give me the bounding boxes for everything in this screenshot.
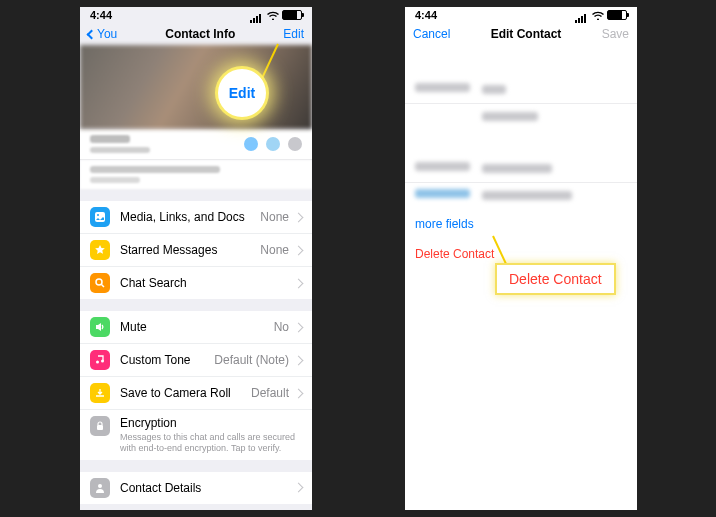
- row-mute[interactable]: Mute No: [80, 311, 312, 344]
- row-label: Encryption: [120, 416, 302, 430]
- field-value-blurred: [470, 83, 627, 97]
- row-chat-search[interactable]: Chat Search: [80, 267, 312, 299]
- nav-title: Edit Contact: [491, 27, 562, 41]
- field-label-blurred: [415, 189, 470, 198]
- chevron-right-icon: [294, 355, 304, 365]
- chevron-right-icon: [294, 278, 304, 288]
- edit-callout: Edit: [218, 69, 266, 117]
- form-row-name[interactable]: [405, 77, 637, 104]
- nav-title: Contact Info: [165, 27, 235, 41]
- field-label-blurred: [415, 162, 470, 171]
- chevron-right-icon: [294, 483, 304, 493]
- row-starred[interactable]: Starred Messages None: [80, 234, 312, 267]
- form-row-phone-number[interactable]: [405, 183, 637, 209]
- status-icons: [575, 10, 627, 20]
- back-label: You: [97, 27, 117, 41]
- svg-rect-0: [95, 212, 105, 222]
- row-label: Starred Messages: [120, 243, 260, 257]
- row-label: Custom Tone: [120, 353, 214, 367]
- svg-point-1: [97, 214, 99, 216]
- section-media: Media, Links, and Docs None Starred Mess…: [80, 201, 312, 299]
- back-button[interactable]: You: [88, 27, 117, 41]
- battery-icon: [282, 10, 302, 20]
- chevron-right-icon: [294, 245, 304, 255]
- status-time: 4:44: [415, 9, 437, 21]
- row-custom-tone[interactable]: Custom Tone Default (Note): [80, 344, 312, 377]
- row-value: Default (Note): [214, 353, 289, 367]
- quick-actions: [244, 137, 302, 151]
- svg-point-2: [96, 279, 102, 285]
- call-icon[interactable]: [288, 137, 302, 151]
- field-value-blurred: [470, 189, 627, 203]
- save-button[interactable]: Save: [602, 27, 629, 41]
- row-label: Mute: [120, 320, 274, 334]
- section-settings: Mute No Custom Tone Default (Note) Save …: [80, 311, 312, 460]
- speaker-icon: [90, 317, 110, 337]
- field-value-blurred: [470, 162, 627, 176]
- battery-icon: [607, 10, 627, 20]
- edit-button[interactable]: Edit: [283, 27, 304, 41]
- delete-callout: Delete Contact: [495, 263, 616, 295]
- phone-edit-contact: 4:44 Cancel Edit Contact Save m: [405, 7, 637, 510]
- contact-photo[interactable]: [80, 45, 312, 129]
- more-fields-link[interactable]: more fields: [405, 209, 637, 239]
- row-subtitle: Messages to this chat and calls are secu…: [120, 432, 302, 454]
- row-value: None: [260, 243, 289, 257]
- nav-bar: You Contact Info Edit: [80, 23, 312, 45]
- row-save-camera-roll[interactable]: Save to Camera Roll Default: [80, 377, 312, 410]
- svg-rect-6: [97, 425, 103, 430]
- status-bar: 4:44: [80, 7, 312, 23]
- nav-bar: Cancel Edit Contact Save: [405, 23, 637, 45]
- row-value: None: [260, 210, 289, 224]
- field-value-blurred: [470, 110, 627, 124]
- svg-point-4: [96, 361, 99, 364]
- person-icon: [90, 478, 110, 498]
- chevron-left-icon: [87, 29, 97, 39]
- status-time: 4:44: [90, 9, 112, 21]
- svg-line-3: [102, 285, 105, 288]
- chevron-right-icon: [294, 388, 304, 398]
- row-label: Save to Camera Roll: [120, 386, 251, 400]
- svg-point-5: [101, 360, 104, 363]
- form-name-section: [405, 77, 637, 130]
- status-icons: [250, 10, 302, 20]
- signal-icon: [250, 11, 264, 20]
- form-row-phone-type[interactable]: [405, 156, 637, 183]
- row-label: Media, Links, and Docs: [120, 210, 260, 224]
- star-icon: [90, 240, 110, 260]
- signal-icon: [575, 11, 589, 20]
- chevron-right-icon: [294, 322, 304, 332]
- wifi-icon: [592, 11, 604, 20]
- form-phone-section: [405, 156, 637, 209]
- contact-status-blurred: [80, 160, 312, 189]
- section-details: Contact Details: [80, 472, 312, 504]
- row-media[interactable]: Media, Links, and Docs None: [80, 201, 312, 234]
- row-encryption[interactable]: Encryption Messages to this chat and cal…: [80, 410, 312, 460]
- chevron-right-icon: [294, 212, 304, 222]
- contact-name-blurred: [90, 135, 150, 153]
- status-bar: 4:44: [405, 7, 637, 23]
- download-icon: [90, 383, 110, 403]
- contact-identity-row: [80, 129, 312, 160]
- lock-icon: [90, 416, 110, 436]
- search-icon: [90, 273, 110, 293]
- wifi-icon: [267, 11, 279, 20]
- row-contact-details[interactable]: Contact Details: [80, 472, 312, 504]
- row-label: Chat Search: [120, 276, 289, 290]
- svg-point-7: [98, 484, 102, 488]
- video-icon[interactable]: [266, 137, 280, 151]
- cancel-button[interactable]: Cancel: [413, 27, 450, 41]
- row-value: Default: [251, 386, 289, 400]
- music-icon: [90, 350, 110, 370]
- row-value: No: [274, 320, 289, 334]
- form-row-lastname[interactable]: [405, 104, 637, 130]
- photos-icon: [90, 207, 110, 227]
- phone-contact-info: 4:44 You Contact Info Edit: [80, 7, 312, 510]
- field-label-blurred: [415, 83, 470, 92]
- message-icon[interactable]: [244, 137, 258, 151]
- row-label: Contact Details: [120, 481, 289, 495]
